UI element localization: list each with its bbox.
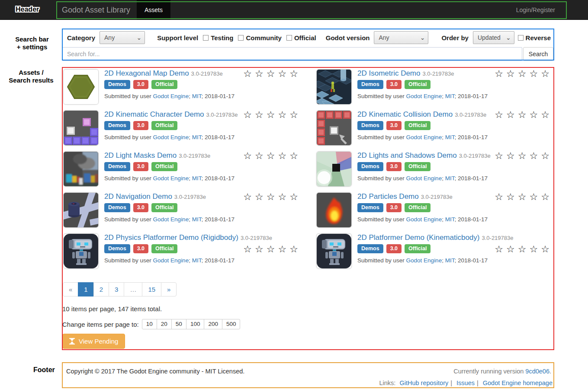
- star-empty-icon: ☆: [278, 68, 290, 79]
- badge-category: Demos: [104, 162, 130, 171]
- search-input[interactable]: [62, 47, 522, 61]
- asset-license-link[interactable]: MIT: [445, 216, 455, 223]
- star-empty-icon: ☆: [289, 150, 301, 161]
- asset-title-link[interactable]: 2D Particles Demo: [357, 192, 419, 201]
- separator: ;: [201, 93, 203, 99]
- asset-license-link[interactable]: MIT: [192, 175, 202, 182]
- checkbox[interactable]: [286, 35, 292, 41]
- running-version-link[interactable]: 9cd0e06: [525, 368, 549, 375]
- asset-user-link[interactable]: Godot Engine: [153, 216, 189, 223]
- asset-thumbnail[interactable]: [63, 151, 99, 187]
- asset-title-link[interactable]: 2D Isometric Demo: [357, 69, 420, 77]
- chevron-down-icon: ⌄: [506, 35, 511, 40]
- support-level-options: TestingCommunityOfficial: [198, 34, 316, 41]
- star-empty-icon: ☆: [506, 109, 518, 120]
- asset-info: ☆☆☆☆☆ 2D Platformer Demo (Kinematicbody)…: [357, 233, 553, 272]
- separator: ;: [201, 134, 203, 140]
- footer-link[interactable]: GitHub repository: [399, 379, 448, 386]
- asset-user-link[interactable]: Godot Engine: [406, 216, 442, 223]
- asset-title-link[interactable]: 2D Platformer Demo (Kinematicbody): [357, 233, 479, 242]
- asset-user-link[interactable]: Godot Engine: [406, 93, 442, 99]
- badge-version: 3.0: [386, 203, 402, 212]
- godot-version-select[interactable]: Any ⌄: [374, 31, 428, 44]
- asset-user-link[interactable]: Godot Engine: [153, 93, 189, 99]
- asset-license-link[interactable]: MIT: [445, 257, 455, 264]
- separator: ;: [201, 216, 203, 223]
- pagination-page[interactable]: 1: [78, 282, 93, 297]
- asset-user-link[interactable]: Godot Engine: [406, 175, 442, 182]
- footer-link[interactable]: Issues: [456, 379, 475, 386]
- asset-thumbnail[interactable]: [63, 233, 99, 269]
- checkbox[interactable]: [203, 35, 209, 41]
- asset-version: 3.0-219783e: [241, 235, 272, 241]
- asset-title-link[interactable]: 2D Hexagonal Map Demo: [104, 69, 189, 77]
- asset-license-link[interactable]: MIT: [445, 175, 455, 182]
- support-option-testing[interactable]: Testing: [203, 34, 233, 41]
- view-pending-button[interactable]: View Pending: [62, 334, 125, 349]
- page-size-option[interactable]: 500: [222, 319, 241, 329]
- page-size-option[interactable]: 10: [142, 319, 157, 329]
- category-label: Category: [67, 34, 95, 41]
- asset-license-link[interactable]: MIT: [192, 257, 202, 264]
- asset-license-link[interactable]: MIT: [192, 134, 202, 140]
- star-empty-icon: ☆: [530, 244, 541, 255]
- checkbox[interactable]: [238, 35, 244, 41]
- asset-thumbnail[interactable]: [63, 192, 99, 228]
- asset-thumbnail[interactable]: [63, 69, 99, 105]
- support-option-community[interactable]: Community: [238, 34, 282, 41]
- separator: ;: [454, 257, 456, 264]
- asset-license-link[interactable]: MIT: [445, 134, 455, 140]
- asset-user-link[interactable]: Godot Engine: [153, 134, 189, 140]
- pagination-page[interactable]: »: [161, 282, 177, 297]
- asset-license-link[interactable]: MIT: [192, 93, 202, 99]
- asset-license-link[interactable]: MIT: [445, 93, 455, 99]
- asset-title-link[interactable]: 2D Light Masks Demo: [104, 151, 177, 159]
- support-level-label: Support level: [157, 34, 198, 41]
- pagination-page[interactable]: 3: [109, 282, 124, 297]
- asset-title-link[interactable]: 2D Kinematic Collision Demo: [357, 110, 453, 118]
- brand-link[interactable]: Godot Asset Library: [62, 0, 130, 20]
- badge-support: Official: [405, 244, 431, 253]
- asset-thumbnail[interactable]: [63, 110, 99, 146]
- asset-card: ☆☆☆☆☆ 2D Light Masks Demo3.0-219783e Dem…: [62, 149, 315, 190]
- asset-user-link[interactable]: Godot Engine: [153, 257, 189, 264]
- asset-user-link[interactable]: Godot Engine: [406, 134, 442, 140]
- login-register-link[interactable]: Login/Register: [516, 0, 555, 20]
- asset-card: ☆☆☆☆☆ 2D Kinematic Collision Demo3.0-219…: [315, 108, 554, 149]
- pagination-page[interactable]: 2: [93, 282, 109, 297]
- pagination-page[interactable]: 15: [142, 282, 161, 297]
- page-size-option[interactable]: 200: [204, 319, 222, 329]
- asset-user-link[interactable]: Godot Engine: [406, 257, 442, 264]
- support-option-official[interactable]: Official: [286, 34, 316, 41]
- search-button[interactable]: Search: [523, 47, 553, 61]
- items-summary: 10 items per page, 147 items total.: [62, 305, 554, 312]
- asset-title-line: 2D Physics Platformer Demo (Rigidbody)3.…: [104, 233, 301, 242]
- asset-title-link[interactable]: 2D Physics Platformer Demo (Rigidbody): [104, 233, 238, 242]
- asset-thumbnail[interactable]: [316, 233, 352, 269]
- assets-results-panel: ☆☆☆☆☆ 2D Hexagonal Map Demo3.0-219783e D…: [62, 67, 554, 350]
- footer-link[interactable]: Godot Engine homepage: [483, 379, 553, 386]
- view-pending-label: View Pending: [79, 338, 118, 345]
- asset-license-link[interactable]: MIT: [192, 216, 202, 223]
- page-size-option[interactable]: 20: [157, 319, 172, 329]
- asset-thumbnail[interactable]: [316, 69, 352, 105]
- star-empty-icon: ☆: [255, 109, 267, 120]
- asset-title-link[interactable]: 2D Lights and Shadows Demo: [357, 151, 457, 159]
- reverse-checkbox-option[interactable]: Reverse: [518, 34, 551, 41]
- asset-thumbnail[interactable]: [316, 110, 352, 146]
- category-select[interactable]: Any ⌄: [100, 31, 145, 44]
- asset-thumbnail[interactable]: [316, 151, 352, 187]
- page-size-option[interactable]: 100: [186, 319, 205, 329]
- order-by-select[interactable]: Updated ⌄: [473, 31, 514, 44]
- badge-category: Demos: [357, 244, 383, 253]
- asset-thumbnail[interactable]: [316, 192, 352, 228]
- asset-title-link[interactable]: 2D Kinematic Character Demo: [104, 110, 204, 118]
- page-size-option[interactable]: 50: [171, 319, 186, 329]
- page-size-group: 102050100200500: [142, 319, 241, 329]
- star-empty-icon: ☆: [530, 109, 541, 120]
- asset-user-link[interactable]: Godot Engine: [153, 175, 189, 182]
- asset-title-link[interactable]: 2D Navigation Demo: [104, 192, 172, 201]
- separator: ;: [189, 134, 190, 140]
- tab-assets[interactable]: Assets: [137, 0, 170, 20]
- reverse-checkbox[interactable]: [518, 35, 524, 41]
